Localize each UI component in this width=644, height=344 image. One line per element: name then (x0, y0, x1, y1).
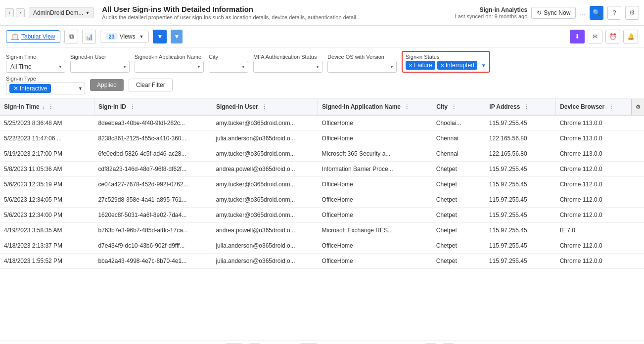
settings-button[interactable]: ⚙ (625, 6, 639, 20)
table-body: 5/25/2023 8:36:48 AM8deebea3-40be-4f40-9… (0, 115, 644, 269)
interrupted-tag: ✕ Interrupted (437, 61, 477, 70)
nav-prev-btn[interactable]: ‹ (5, 8, 14, 17)
filters-row2: Sign-in Type ✕ Interactive ▼ Applied Cle… (6, 76, 638, 94)
col-menu-icon[interactable]: ⋮ (451, 104, 457, 110)
table-row[interactable]: 5/25/2023 8:36:48 AM8deebea3-40be-4f40-9… (0, 115, 644, 131)
applied-button[interactable]: Applied (90, 79, 124, 91)
remove-interactive-btn[interactable]: ✕ (13, 85, 18, 92)
clear-filter-button[interactable]: Clear Filter (129, 79, 173, 91)
nav-next-btn[interactable]: › (16, 8, 25, 17)
table-row[interactable]: 5/8/2023 11:05:36 AMcdf82a23-146d-48d7-9… (0, 162, 644, 177)
table-cell: 115.97.255.45 (485, 115, 556, 131)
signedin-user-label: Signed-in User (70, 54, 130, 60)
table-header: Sign-in Time ↓ ⋮ Sign-in ID ⋮ Signed-in … (0, 99, 644, 115)
table-row[interactable]: 5/6/2023 12:34:05 PM27c529d8-358e-4a41-a… (0, 192, 644, 208)
table-cell: OfficeHome (318, 177, 432, 192)
table-cell: julia.anderson@o365droid.o... (212, 254, 318, 269)
col-menu-icon[interactable]: ⋮ (262, 104, 267, 110)
sync-now-button[interactable]: ↻ Sync Now (531, 7, 576, 19)
signedin-user-select-wrap (70, 61, 130, 73)
table-cell: 5/8/2023 11:05:36 AM (0, 162, 94, 177)
table-row[interactable]: 4/18/2023 2:13:37 PMd7e434f9-dc10-43b6-9… (0, 238, 644, 254)
col-menu-icon[interactable]: ⋮ (404, 104, 410, 110)
filter-dropdown-button[interactable]: ▼ (171, 30, 183, 43)
table-cell: 115.97.255.45 (485, 192, 556, 208)
schedule-button[interactable]: ⏰ (605, 30, 620, 43)
table-cell: julia.anderson@o365droid.o... (212, 238, 318, 254)
table-cell: Chetpet (432, 162, 485, 177)
signedin-user-select[interactable] (70, 61, 130, 73)
col-menu-icon[interactable]: ⋮ (608, 104, 614, 110)
table-cell: cdf82a23-146d-48d7-96f8-df62f... (94, 162, 212, 177)
table-row[interactable]: 4/18/2023 1:55:52 PMbba42a43-4998-4e7c-8… (0, 254, 644, 269)
table-cell: 4/18/2023 2:13:37 PM (0, 238, 94, 254)
remove-failure-btn[interactable]: ✕ (409, 63, 413, 68)
views-button[interactable]: 23 Views ▼ (100, 31, 149, 43)
filter-icon: ▼ (157, 33, 163, 40)
status-dropdown-arrow-icon[interactable]: ▼ (481, 63, 486, 68)
filters-row1: Sign-in Time All Time Signed-in User Sig… (6, 51, 638, 73)
search-button[interactable]: 🔍 (590, 6, 603, 20)
filter-button[interactable]: ▼ (153, 30, 167, 43)
table-container[interactable]: Sign-in Time ↓ ⋮ Sign-in ID ⋮ Signed-in … (0, 99, 644, 340)
top-header: ‹ › AdminDroid Dem... ▼ All User Sign-in… (0, 0, 644, 26)
email-button[interactable]: ✉ (588, 30, 602, 43)
mfa-filter: MFA Authentication Status (253, 54, 322, 73)
mfa-select-wrap (253, 61, 322, 73)
signin-type-arrow-icon[interactable]: ▼ (78, 86, 83, 91)
table-cell: amy.tucker@o365droid.onm... (212, 146, 318, 162)
tabular-view-tab[interactable]: 📋 Tabular View (6, 30, 60, 43)
table-cell: 5/22/2023 11:47:06 ... (0, 131, 94, 146)
table-cell: Chetpet (432, 192, 485, 208)
signin-time-select[interactable]: All Time (6, 61, 65, 73)
remove-interrupted-btn[interactable]: ✕ (440, 63, 444, 68)
col-city: City ⋮ (432, 99, 485, 115)
table-cell: Chrome 112.0.0 (556, 177, 644, 192)
sort-icon[interactable]: ↓ (42, 105, 45, 110)
table-cell: 115.97.255.45 (485, 223, 556, 238)
device-os-label: Device OS with Version (327, 54, 397, 60)
col-menu-icon[interactable]: ⋮ (48, 104, 53, 110)
table-row[interactable]: 5/6/2023 12:34:00 PM1620ec8f-5031-4a6f-8… (0, 208, 644, 223)
table-cell: Chrome 112.0.0 (556, 162, 644, 177)
table-cell: Chrome 112.0.0 (556, 254, 644, 269)
table-row[interactable]: 5/22/2023 11:47:06 ...8238c861-2125-455c… (0, 131, 644, 146)
table-cell: d7e434f9-dc10-43b6-902f-d9fff... (94, 238, 212, 254)
table-cell: 5/6/2023 12:35:19 PM (0, 177, 94, 192)
table-row[interactable]: 5/19/2023 2:17:00 PM6fe0edbd-5826-4c5f-a… (0, 146, 644, 162)
table-cell: Information Barrier Proce... (318, 162, 432, 177)
table-cell: 122.165.56.80 (485, 131, 556, 146)
signin-type-label: Sign-in Type (6, 76, 85, 82)
col-device-browser: Device Browser ⋮ ⚙ (556, 99, 644, 115)
app-name-select[interactable] (135, 61, 204, 73)
mfa-select[interactable] (253, 61, 322, 73)
app-name-label: Signed-in Application Name (135, 54, 204, 60)
table-cell: Chetpet (432, 208, 485, 223)
table-cell: Choolai... (432, 115, 485, 131)
copy-icon-btn[interactable]: ⧉ (64, 30, 78, 43)
table-cell: 4/19/2023 3:58:35 AM (0, 223, 94, 238)
table-cell: Microsoft 365 Security a... (318, 146, 432, 162)
table-cell: 5/6/2023 12:34:05 PM (0, 192, 94, 208)
table-row[interactable]: 5/6/2023 12:35:19 PMce04a427-7678-452d-9… (0, 177, 644, 192)
app-name-select-wrap (135, 61, 204, 73)
column-settings-button[interactable]: ⚙ (631, 99, 644, 115)
breadcrumb[interactable]: AdminDroid Dem... ▼ (29, 7, 94, 18)
more-options-button[interactable]: ... (580, 9, 586, 17)
alert-button[interactable]: 🔔 (623, 30, 638, 43)
signin-type-select-wrap: ✕ Interactive ▼ (6, 83, 85, 94)
views-chevron-icon: ▼ (139, 34, 144, 39)
device-os-select[interactable] (327, 61, 397, 73)
city-select[interactable] (209, 61, 248, 73)
table-cell: 5/25/2023 8:36:48 AM (0, 115, 94, 131)
table-cell: b763b7e3-96b7-485d-af8c-17ca... (94, 223, 212, 238)
col-signin-time: Sign-in Time ↓ ⋮ (0, 99, 94, 115)
help-button[interactable]: ? (607, 6, 621, 20)
table-cell: 8238c861-2125-455c-a410-360... (94, 131, 212, 146)
chart-icon-btn[interactable]: 📊 (82, 30, 96, 43)
table-row[interactable]: 4/19/2023 3:58:35 AMb763b7e3-96b7-485d-a… (0, 223, 644, 238)
col-menu-icon[interactable]: ⋮ (524, 104, 529, 110)
table-cell: Chetpet (432, 223, 485, 238)
col-menu-icon[interactable]: ⋮ (130, 104, 135, 110)
export-button[interactable]: ⬇ (570, 30, 585, 43)
